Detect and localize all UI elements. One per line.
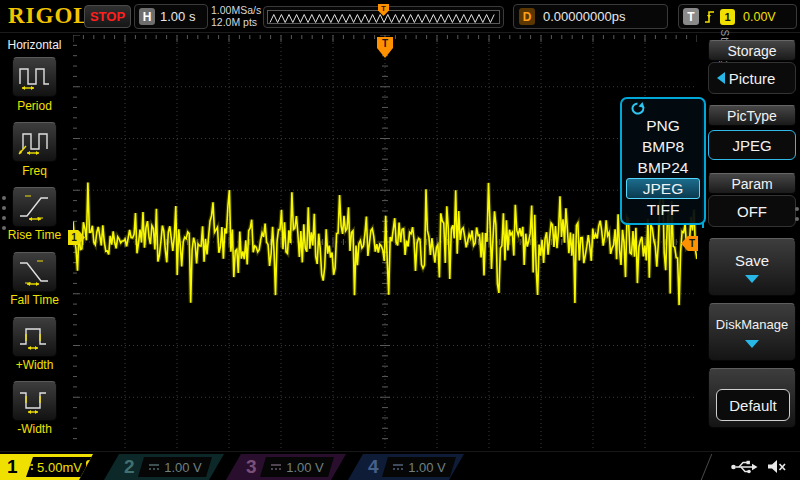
channel1-scale: 5.00mV: [37, 460, 82, 475]
plus-width-icon: [17, 322, 53, 352]
channel4-status[interactable]: 4 1.00 V: [348, 454, 464, 480]
save-label: Save: [709, 252, 795, 269]
trigger-badge: T: [683, 8, 699, 25]
trigger-level-value: 0.00V: [743, 10, 776, 24]
default-inner-button: Default: [716, 389, 790, 421]
param-value-button[interactable]: OFF: [708, 195, 796, 227]
default-button[interactable]: Default: [708, 368, 796, 428]
channel2-scale-box: 1.00 V: [138, 457, 212, 477]
measure-pwidth-label: +Width: [0, 358, 69, 372]
param-value: OFF: [737, 203, 767, 220]
chevron-down-icon: [745, 275, 759, 283]
popup-item-tiff[interactable]: TIFF: [626, 199, 700, 220]
channel1-scale-box: 5.00mV B: [26, 457, 93, 477]
channel3-scale-box: 1.00 V: [260, 457, 334, 477]
statusbar-icons: [730, 458, 788, 475]
left-measure-menu: Horizontal Period Freq: [0, 33, 69, 451]
measure-pwidth-button[interactable]: [12, 317, 57, 357]
channel2-number: 2: [124, 455, 135, 479]
channel4-scale-box: 1.00 V: [382, 457, 456, 477]
sample-rate: 1.00MSa/s: [211, 4, 261, 16]
top-status-bar: RIGOL STOP H 1.00 s 1.00MSa/s 12.0M pts …: [0, 0, 800, 33]
dc-coupling-icon: [270, 463, 282, 472]
freq-icon: [17, 127, 53, 157]
delay-value: 0.00000000ps: [543, 9, 625, 24]
oscilloscope-screen: RIGOL STOP H 1.00 s 1.00MSa/s 12.0M pts …: [0, 0, 800, 480]
chevron-down-icon: [745, 340, 759, 348]
acquisition-info: 1.00MSa/s 12.0M pts: [211, 4, 261, 28]
bandwidth-limit-badge: B: [86, 460, 93, 474]
left-triangle-icon: [717, 72, 725, 84]
measure-falltime-button[interactable]: [12, 252, 57, 292]
right-softkey-menu: Storage Storage Picture PicType JPEG Par…: [703, 33, 800, 452]
measure-menu-title: Horizontal: [0, 38, 69, 52]
measure-risetime-button[interactable]: [12, 187, 57, 227]
horizontal-timebase-box: H 1.00 s: [134, 4, 208, 29]
measure-period-button[interactable]: [12, 57, 57, 97]
measure-period-label: Period: [0, 99, 69, 113]
diskmanage-label: DiskManage: [709, 317, 795, 332]
timebase-value: 1.00 s: [160, 9, 195, 24]
measure-risetime-label: Rise Time: [0, 228, 69, 242]
trigger-box: T 1 0.00V: [678, 4, 797, 29]
channel4-scale: 1.00 V: [408, 460, 446, 475]
popup-item-jpeg[interactable]: JPEG: [626, 178, 700, 199]
popup-item-bmp24[interactable]: BMP24: [626, 157, 700, 178]
channel-status-bar: 1 5.00mV B 2 1.00 V 3: [0, 451, 800, 480]
popup-item-png[interactable]: PNG: [626, 115, 700, 136]
rising-edge-icon: [703, 9, 716, 25]
minus-width-icon: [17, 386, 53, 416]
popup-item-list: PNG BMP8 BMP24 JPEG TIFF: [622, 115, 704, 220]
channel1-number: 1: [7, 455, 18, 479]
menu-page-dots: [795, 207, 799, 221]
delay-box: D 0.00000000ps: [513, 4, 668, 29]
dc-coupling-icon: [148, 463, 160, 472]
measure-freq-label: Freq: [0, 164, 69, 178]
h-badge: H: [139, 8, 155, 25]
channel3-scale: 1.00 V: [286, 460, 324, 475]
delay-badge: D: [519, 8, 535, 25]
period-icon: [17, 62, 53, 92]
menu-scroll-dots: [2, 196, 6, 230]
usb-device-icon: [730, 458, 760, 475]
speaker-muted-icon: [766, 458, 788, 475]
channel1-status[interactable]: 1 5.00mV B: [0, 454, 100, 480]
waveform-preview-strip: T: [263, 6, 504, 28]
pictype-section-header: PicType: [708, 105, 796, 126]
storage-section-header: Storage: [708, 40, 796, 61]
param-section-header: Param: [708, 173, 796, 194]
dc-coupling-icon: [26, 463, 33, 472]
graticule-area: T 1 T: [73, 35, 697, 449]
diskmanage-button[interactable]: DiskManage: [708, 303, 796, 361]
memory-depth: 12.0M pts: [211, 16, 261, 28]
save-button[interactable]: Save: [708, 238, 796, 296]
rigol-logo: RIGOL: [8, 3, 90, 29]
channel2-scale: 1.00 V: [164, 460, 202, 475]
storage-type-value: Picture: [729, 70, 776, 87]
rise-time-icon: [17, 192, 53, 222]
channel4-number: 4: [368, 455, 379, 479]
popup-item-bmp8[interactable]: BMP8: [626, 136, 700, 157]
measure-nwidth-label: -Width: [0, 422, 69, 436]
pictype-value-button[interactable]: JPEG: [708, 130, 796, 160]
fall-time-icon: [17, 257, 53, 287]
statusbar-divider: [701, 454, 724, 480]
measure-falltime-label: Fall Time: [0, 293, 69, 307]
pictype-value: JPEG: [732, 137, 771, 154]
channel2-status[interactable]: 2 1.00 V: [104, 454, 224, 480]
pictype-popup-menu: PNG BMP8 BMP24 JPEG TIFF: [620, 97, 706, 225]
storage-type-button[interactable]: Picture: [708, 62, 796, 94]
channel3-number: 3: [246, 455, 257, 479]
graticule-grid-and-waveform: [73, 35, 697, 449]
channel3-status[interactable]: 3 1.00 V: [226, 454, 346, 480]
measure-freq-button[interactable]: [12, 122, 57, 162]
dc-coupling-icon: [392, 463, 404, 472]
run-state-indicator: STOP: [84, 5, 131, 28]
measure-nwidth-button[interactable]: [12, 381, 57, 421]
